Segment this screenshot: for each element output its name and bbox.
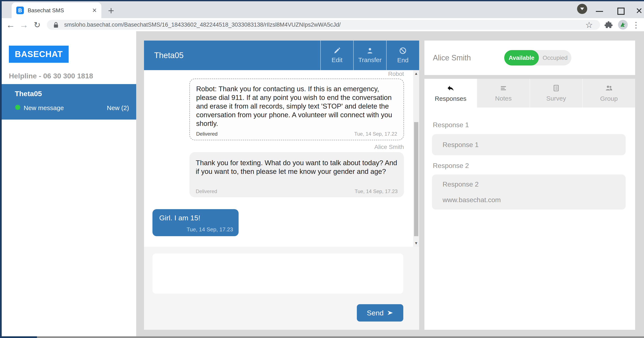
window-maximize-button[interactable]	[618, 8, 624, 15]
message-time: Tue, 14 Sep, 17.23	[187, 226, 233, 233]
sidebar: BASECHAT Helpline - 06 30 300 1818 Theta…	[2, 31, 136, 337]
scroll-down-icon[interactable]: ▼	[413, 241, 419, 245]
message-text: Robot: Thank you for contacting us. If t…	[196, 85, 397, 128]
basechat-favicon: B	[16, 7, 24, 14]
scrollbar-thumb[interactable]	[0, 336, 37, 338]
conversation-status: New message	[24, 104, 64, 112]
survey-list-icon	[552, 84, 560, 92]
chat-header: Theta05 Edit Transfer End	[144, 41, 419, 70]
message-input[interactable]	[152, 253, 403, 294]
conversation-name: Theta05	[15, 90, 42, 98]
page-horizontal-scrollbar[interactable]	[0, 336, 644, 338]
composer: Send	[144, 247, 419, 330]
message-sender-label: Alice Smith	[374, 144, 404, 150]
basechat-logo: BASECHAT	[9, 46, 68, 63]
tab-label: Survey	[546, 95, 566, 102]
response-group-label: Response 1	[433, 121, 469, 129]
tab-title: Basechat SMS	[28, 7, 64, 14]
robot-message-bubble: Robot: Thank you for contacting us. If t…	[190, 79, 404, 140]
agent-name: Alice Smith	[433, 41, 471, 75]
response-link-text: www.basechat.com	[442, 196, 501, 204]
browser-update-icon[interactable]	[577, 4, 587, 14]
message-text: Thank you for texting. What do you want …	[196, 158, 398, 176]
transfer-button[interactable]: Transfer	[353, 41, 386, 70]
url-bar[interactable]: smsloho.basechat.com/BasechatSMS/16_1843…	[47, 20, 600, 30]
tab-notes[interactable]: Notes	[477, 79, 530, 108]
response-card-2[interactable]: Response 2 www.basechat.com	[432, 174, 626, 210]
send-button[interactable]: Send	[357, 304, 403, 321]
response-text: Response 1	[442, 141, 479, 149]
ban-icon	[399, 47, 407, 55]
edit-button[interactable]: Edit	[320, 41, 353, 70]
message-sender-label: Robot	[388, 71, 404, 77]
window-close-button[interactable]: ×	[634, 5, 644, 17]
end-label: End	[397, 57, 408, 64]
end-button[interactable]: End	[386, 41, 419, 70]
message-status: Delivered	[196, 131, 218, 137]
window-border-left	[0, 0, 2, 338]
tab-survey[interactable]: Survey	[530, 79, 582, 108]
window-border-top	[0, 0, 644, 1]
side-tabs: Responses Notes Survey Group	[424, 79, 635, 108]
response-text: Response 2	[442, 180, 479, 188]
scrollbar-thumb[interactable]	[414, 122, 418, 236]
send-arrow-icon	[387, 310, 393, 316]
browser-titlebar: B Basechat SMS × + ×	[0, 0, 644, 18]
chat-panel: Theta05 Edit Transfer End	[144, 41, 419, 330]
forward-icon[interactable]: →	[18, 20, 29, 31]
message-time: Tue, 14 Sep, 17.22	[354, 131, 397, 137]
reply-arrow-icon	[446, 84, 454, 92]
response-group-label: Response 2	[433, 162, 469, 170]
new-tab-button[interactable]: +	[106, 5, 116, 16]
pencil-icon	[334, 47, 340, 54]
new-count-badge: New (2)	[107, 104, 129, 112]
occupied-option[interactable]: Occupied	[539, 50, 571, 66]
agent-header-card: Alice Smith Available Occupied Admin Sig…	[424, 41, 635, 75]
notes-lines-icon	[500, 84, 507, 92]
tab-label: Group	[600, 95, 618, 102]
tab-label: Responses	[435, 95, 466, 102]
tab-responses[interactable]: Responses	[424, 79, 477, 108]
scroll-up-icon[interactable]: ▲	[413, 71, 419, 76]
url-text: smsloho.basechat.com/BasechatSMS/16_1843…	[64, 22, 340, 28]
send-label: Send	[367, 309, 384, 317]
edit-label: Edit	[332, 56, 342, 64]
group-people-icon	[605, 84, 613, 92]
response-card-1[interactable]: Response 1	[432, 134, 626, 155]
side-tabs-card: Responses Notes Survey Group Response 1 …	[424, 79, 635, 330]
lock-icon	[53, 22, 59, 28]
message-status: Delivered	[196, 188, 217, 194]
browser-profile-avatar[interactable]	[618, 20, 628, 30]
chat-actions: Edit Transfer End	[320, 41, 419, 70]
message-time: Tue, 14 Sep, 17.23	[355, 188, 398, 194]
chat-title: Theta05	[154, 41, 184, 70]
tab-group[interactable]: Group	[582, 79, 635, 108]
texter-message-bubble: Girl. I am 15! Tue, 14 Sep, 17.23	[152, 209, 238, 236]
message-text: Girl. I am 15!	[159, 214, 200, 222]
availability-toggle: Available Occupied	[504, 50, 571, 66]
bookmark-star-icon[interactable]: ☆	[584, 20, 594, 31]
browser-menu-icon[interactable]: ⋮	[631, 20, 640, 31]
window-minimize-button[interactable]	[596, 11, 603, 12]
helpline-text: Helpline - 06 30 300 1818	[9, 72, 93, 80]
messages-scrollbar[interactable]: ▲ ▼	[413, 70, 419, 247]
back-icon[interactable]: ←	[5, 20, 16, 31]
volunteer-message-bubble: Thank you for texting. What do you want …	[190, 152, 404, 197]
browser-tab[interactable]: B Basechat SMS ×	[12, 3, 101, 18]
person-icon	[366, 47, 374, 54]
transfer-label: Transfer	[358, 56, 382, 64]
sidebar-conversation-theta05[interactable]: Theta05 New message New (2)	[2, 84, 136, 120]
message-list: Robot Robot: Thank you for contacting us…	[144, 70, 419, 247]
refresh-icon[interactable]: ↻	[32, 20, 43, 31]
extensions-puzzle-icon[interactable]	[604, 20, 613, 29]
online-dot-icon	[15, 105, 20, 110]
tab-close-icon[interactable]: ×	[92, 7, 97, 14]
tab-label: Notes	[495, 95, 512, 102]
available-option[interactable]: Available	[504, 50, 539, 66]
